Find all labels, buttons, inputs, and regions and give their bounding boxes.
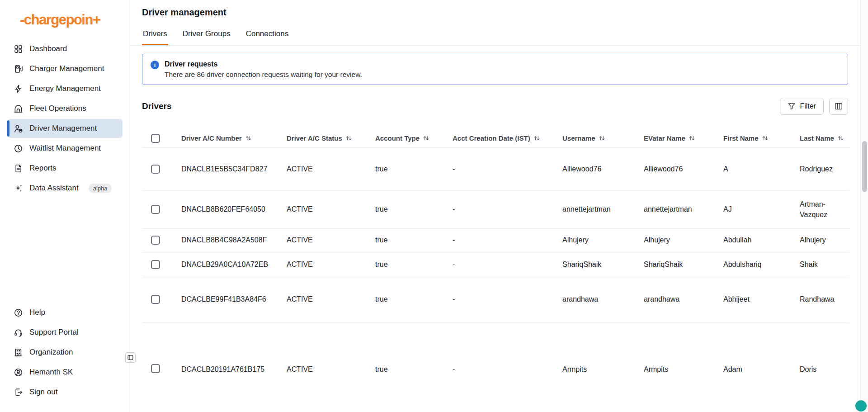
sort-icon[interactable]	[599, 135, 605, 142]
table-row: DNACLB8B620FEF64050ACTIVEtrue-annettejar…	[142, 190, 849, 228]
table-cell: ACTIVE	[287, 228, 375, 252]
drivers-section-header: Drivers Filter	[142, 98, 848, 115]
row-checkbox-cell	[142, 228, 181, 252]
info-icon	[151, 61, 159, 69]
sort-icon[interactable]	[245, 135, 252, 142]
table-cell: true	[375, 322, 453, 412]
sort-icon[interactable]	[762, 135, 769, 142]
sidebar-item-label: Data Assistant	[29, 184, 79, 193]
column-header-driver-ac-number[interactable]: Driver A/C Number	[181, 129, 287, 147]
vertical-scrollbar[interactable]	[860, 0, 868, 412]
sidebar-item-energy-management[interactable]: Energy Management	[0, 79, 130, 99]
drivers-table-body: DNACLB1E5B5C34FD827ACTIVEtrue-Alliewood7…	[142, 147, 849, 412]
table-cell: Abdullah	[723, 228, 800, 252]
column-header-username[interactable]: Username	[562, 129, 644, 147]
table-cell: Alhujery	[800, 228, 849, 252]
sort-icon[interactable]	[423, 135, 429, 142]
table-cell: true	[375, 190, 453, 228]
row-checkbox-cell	[142, 277, 181, 322]
sign-out-icon	[14, 388, 23, 397]
sidebar-item-label: Fleet Operations	[29, 104, 86, 113]
sort-icon[interactable]	[689, 135, 695, 142]
table-cell: Doris	[800, 322, 849, 412]
table-cell: DNACLB8B4C98A2A508F	[181, 228, 287, 252]
table-cell: Alliewood76	[644, 147, 723, 190]
table-cell: Artman-Vazquez	[800, 190, 849, 228]
sidebar-item-fleet-operations[interactable]: Fleet Operations	[0, 99, 130, 118]
table-cell: DNACLB29A0CA10A72EB	[181, 252, 287, 277]
table-cell: ACTIVE	[287, 190, 375, 228]
tabs-bar: Drivers Driver Groups Connections	[130, 26, 860, 46]
sort-icon[interactable]	[345, 135, 352, 142]
tab-drivers[interactable]: Drivers	[142, 26, 168, 45]
sidebar-item-help[interactable]: Help	[0, 303, 130, 322]
floating-action-widget[interactable]	[855, 400, 867, 412]
sidebar-item-organization[interactable]: Organization	[0, 342, 130, 362]
sidebar-item-waitlist-management[interactable]: Waitlist Management	[0, 138, 130, 158]
organization-building-icon	[14, 348, 23, 357]
sidebar-item-driver-management[interactable]: Driver Management	[0, 118, 130, 138]
select-all-checkbox[interactable]	[151, 134, 160, 143]
sidebar-item-support-portal[interactable]: Support Portal	[0, 322, 130, 342]
table-cell: true	[375, 252, 453, 277]
tab-connections[interactable]: Connections	[245, 26, 290, 45]
row-checkbox[interactable]	[151, 295, 160, 304]
sidebar-item-sign-out[interactable]: Sign out	[0, 382, 130, 402]
row-checkbox[interactable]	[151, 205, 160, 214]
table-cell: Alliewood76	[562, 147, 644, 190]
driver-requests-banner: Driver requests There are 86 driver conn…	[142, 54, 848, 85]
column-header-account-type[interactable]: Account Type	[375, 129, 453, 147]
scrollbar-thumb[interactable]	[862, 141, 867, 192]
column-header-acct-creation-date[interactable]: Acct Creation Date (IST)	[453, 129, 562, 147]
row-checkbox[interactable]	[151, 165, 160, 174]
table-cell: Alhujery	[644, 228, 723, 252]
columns-button[interactable]	[829, 98, 848, 115]
table-row: DNACLB1E5B5C34FD827ACTIVEtrue-Alliewood7…	[142, 147, 849, 190]
row-checkbox[interactable]	[151, 236, 160, 245]
sidebar-item-label: Hemanth SK	[29, 368, 73, 377]
column-header-last-name[interactable]: Last Name	[800, 129, 849, 147]
table-cell: DCACLBE99F41B3A84F6	[181, 277, 287, 322]
chargepoint-logo: -chargepoin+	[20, 12, 130, 28]
row-checkbox-cell	[142, 147, 181, 190]
collapse-sidebar-button[interactable]	[125, 352, 136, 363]
sidebar-item-data-assistant[interactable]: Data Assistant alpha	[0, 178, 130, 198]
table-cell: -	[453, 147, 562, 190]
row-checkbox-cell	[142, 322, 181, 412]
sidebar-item-label: Reports	[29, 164, 57, 173]
reports-document-icon	[14, 164, 23, 173]
help-icon	[14, 308, 23, 317]
table-cell: -	[453, 322, 562, 412]
table-cell: Shaik	[800, 252, 849, 277]
table-cell: true	[375, 228, 453, 252]
column-header-evatar-name[interactable]: EVatar Name	[644, 129, 723, 147]
column-header-driver-ac-status[interactable]: Driver A/C Status	[287, 129, 375, 147]
table-cell: ShariqShaik	[644, 252, 723, 277]
sort-icon[interactable]	[533, 135, 540, 142]
collapse-sidebar-icon	[127, 354, 134, 361]
sidebar-item-label: Sign out	[29, 388, 57, 397]
table-cell: -	[453, 252, 562, 277]
sidebar-item-charger-management[interactable]: Charger Management	[0, 59, 130, 79]
tab-driver-groups[interactable]: Driver Groups	[182, 26, 231, 45]
column-header-first-name[interactable]: First Name	[723, 129, 800, 147]
table-cell: -	[453, 190, 562, 228]
table-cell: annettejartman	[562, 190, 644, 228]
sidebar-item-reports[interactable]: Reports	[0, 158, 130, 178]
sparkle-icon	[14, 184, 23, 193]
filter-icon	[788, 102, 796, 110]
columns-icon	[834, 102, 843, 111]
table-cell: ShariqShaik	[562, 252, 644, 277]
filter-button[interactable]: Filter	[780, 98, 824, 115]
row-checkbox[interactable]	[151, 260, 160, 269]
filter-button-label: Filter	[800, 102, 816, 110]
row-checkbox[interactable]	[151, 364, 160, 373]
table-cell: ACTIVE	[287, 147, 375, 190]
user-icon	[14, 368, 23, 377]
sidebar-item-label: Energy Management	[29, 84, 101, 93]
sidebar-item-user-account[interactable]: Hemanth SK	[0, 362, 130, 382]
sidebar-item-dashboard[interactable]: Dashboard	[0, 39, 130, 59]
table-cell: arandhawa	[562, 277, 644, 322]
table-cell: -	[453, 228, 562, 252]
sort-icon[interactable]	[837, 135, 844, 142]
